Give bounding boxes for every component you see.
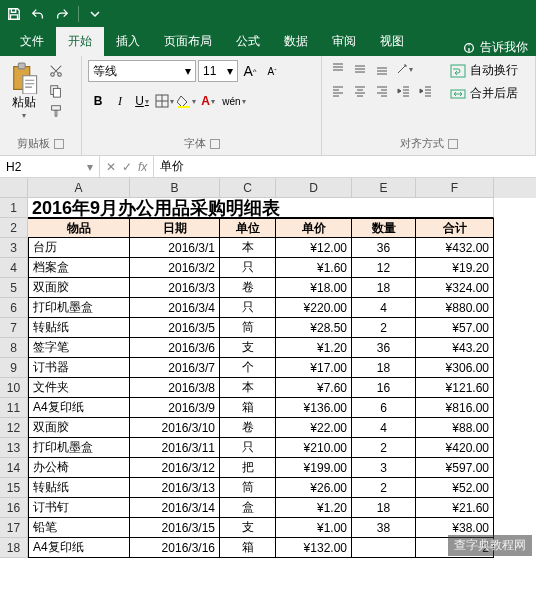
header-cell[interactable]: 单价 [276,218,352,238]
cell[interactable]: 2016/3/8 [130,378,220,398]
cell[interactable]: 只 [220,438,276,458]
cell[interactable]: ¥19.20 [416,258,494,278]
cell[interactable]: 箱 [220,398,276,418]
cell[interactable]: 台历 [28,238,130,258]
cell[interactable]: 2 [352,318,416,338]
cell[interactable]: 2016/3/3 [130,278,220,298]
cell[interactable]: 卷 [220,278,276,298]
cell[interactable]: ¥88.00 [416,418,494,438]
header-cell[interactable]: 数量 [352,218,416,238]
column-header[interactable]: D [276,178,352,198]
row-header[interactable]: 12 [0,418,28,438]
cell[interactable]: 只 [220,258,276,278]
cell[interactable]: 打印机墨盒 [28,438,130,458]
cell[interactable]: 铅笔 [28,518,130,538]
phonetic-button[interactable]: wén▾ [220,90,248,112]
bold-button[interactable]: B [88,90,108,112]
cell[interactable]: 2016/3/5 [130,318,220,338]
font-size-select[interactable]: 11▾ [198,60,238,82]
cancel-formula-icon[interactable]: ✕ [106,160,116,174]
italic-button[interactable]: I [110,90,130,112]
font-launcher-icon[interactable] [210,139,220,149]
cell[interactable]: ¥26.00 [276,478,352,498]
cell[interactable]: 箱 [220,538,276,558]
cell[interactable]: ¥1.20 [276,498,352,518]
qat-customize-icon[interactable] [87,6,103,22]
row-header[interactable]: 10 [0,378,28,398]
underline-button[interactable]: U▾ [132,90,152,112]
tab-home[interactable]: 开始 [56,27,104,56]
cell[interactable]: ¥21.60 [416,498,494,518]
row-header[interactable]: 8 [0,338,28,358]
cell[interactable]: 16 [352,378,416,398]
cell[interactable]: ¥17.00 [276,358,352,378]
cell[interactable]: 2016/3/11 [130,438,220,458]
cell[interactable]: 把 [220,458,276,478]
cell[interactable]: 2016/3/14 [130,498,220,518]
alignment-launcher-icon[interactable] [448,139,458,149]
cell[interactable]: 36 [352,338,416,358]
cell[interactable]: 2016/3/2 [130,258,220,278]
cell[interactable]: ¥1.00 [276,518,352,538]
cell[interactable]: 4 [352,418,416,438]
cell[interactable]: ¥324.00 [416,278,494,298]
cell[interactable]: 4 [352,298,416,318]
row-header[interactable]: 2 [0,218,28,238]
font-name-select[interactable]: 等线▾ [88,60,196,82]
save-icon[interactable] [6,6,22,22]
row-header[interactable]: 7 [0,318,28,338]
cell[interactable]: 转贴纸 [28,478,130,498]
cell[interactable]: 双面胶 [28,418,130,438]
font-color-button[interactable]: A▾ [198,90,218,112]
cell[interactable]: 2 [352,478,416,498]
tab-data[interactable]: 数据 [272,27,320,56]
spreadsheet-grid[interactable]: A B C D E F 1 2016年9月办公用品采购明细表 2 物品 日期 单… [0,178,536,558]
cell[interactable]: 转贴纸 [28,318,130,338]
format-painter-button[interactable] [46,102,66,120]
cell[interactable]: 2016/3/15 [130,518,220,538]
cell[interactable]: 2016/3/16 [130,538,220,558]
align-middle-button[interactable] [350,60,370,78]
cell[interactable]: 签字笔 [28,338,130,358]
header-cell[interactable]: 单位 [220,218,276,238]
cell[interactable]: 卷 [220,418,276,438]
title-cell[interactable]: 2016年9月办公用品采购明细表 [28,198,494,218]
cell[interactable]: ¥121.60 [416,378,494,398]
cell[interactable]: ¥1.60 [276,258,352,278]
header-cell[interactable]: 日期 [130,218,220,238]
cell[interactable]: ¥210.00 [276,438,352,458]
cell[interactable]: ¥1.20 [276,338,352,358]
row-header[interactable]: 14 [0,458,28,478]
clipboard-launcher-icon[interactable] [54,139,64,149]
redo-icon[interactable] [54,6,70,22]
tell-me[interactable]: 告诉我你 [462,39,536,56]
cell[interactable]: ¥22.00 [276,418,352,438]
cell[interactable]: 筒 [220,478,276,498]
tab-view[interactable]: 视图 [368,27,416,56]
tab-review[interactable]: 审阅 [320,27,368,56]
cell[interactable]: 3 [352,458,416,478]
cell[interactable]: 12 [352,258,416,278]
cell[interactable]: ¥420.00 [416,438,494,458]
fill-color-button[interactable]: ▾ [176,90,196,112]
cell[interactable] [352,538,416,558]
cut-button[interactable] [46,62,66,80]
cell[interactable]: ¥597.00 [416,458,494,478]
cell[interactable]: ¥220.00 [276,298,352,318]
cell[interactable]: 2016/3/7 [130,358,220,378]
cell[interactable]: ¥7.60 [276,378,352,398]
cell[interactable]: 2016/3/10 [130,418,220,438]
row-header[interactable]: 9 [0,358,28,378]
cell[interactable]: ¥199.00 [276,458,352,478]
cell[interactable]: ¥43.20 [416,338,494,358]
name-box[interactable]: H2▾ [0,156,100,177]
column-header[interactable]: F [416,178,494,198]
row-header[interactable]: 4 [0,258,28,278]
cell[interactable]: ¥18.00 [276,278,352,298]
enter-formula-icon[interactable]: ✓ [122,160,132,174]
row-header[interactable]: 3 [0,238,28,258]
cell[interactable]: ¥306.00 [416,358,494,378]
copy-button[interactable] [46,82,66,100]
cell[interactable]: 办公椅 [28,458,130,478]
tab-insert[interactable]: 插入 [104,27,152,56]
